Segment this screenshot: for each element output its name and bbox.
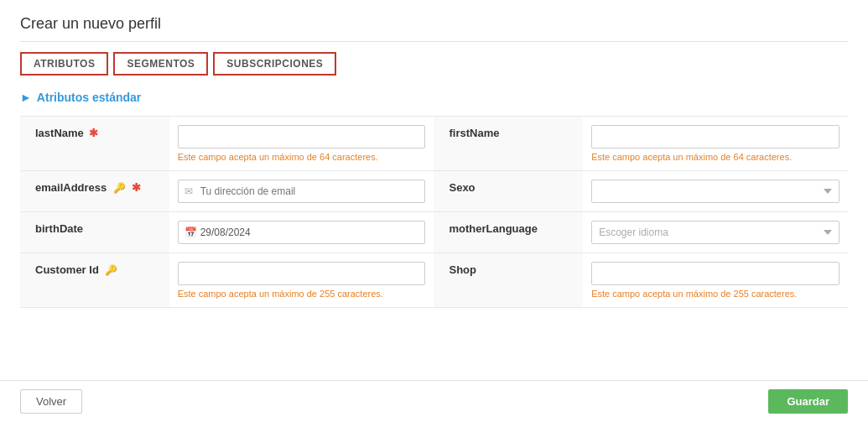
label-firstname-text: firstName — [449, 127, 499, 139]
label-birthdate: birthDate — [20, 212, 169, 253]
footer-bar: Volver Guardar — [0, 380, 868, 422]
label-sexo-text: Sexo — [449, 181, 475, 194]
firstname-hint: Este campo acepta un máximo de 64 caract… — [591, 152, 839, 162]
tabs-row: ATRIBUTOS SEGMENTOS SUBSCRIPCIONES — [20, 52, 848, 76]
input-cell-firstname: Este campo acepta un máximo de 64 caract… — [583, 117, 848, 171]
page-container: Crear un nuevo perfil ATRIBUTOS SEGMENTO… — [0, 0, 868, 422]
customerid-input[interactable] — [178, 262, 426, 285]
main-content: Crear un nuevo perfil ATRIBUTOS SEGMENTO… — [0, 0, 868, 380]
form-row-4: Customer Id 🔑 Este campo acepta un máxim… — [20, 253, 848, 308]
shop-hint: Este campo acepta un máximo de 255 carac… — [591, 289, 839, 299]
lastname-input[interactable] — [178, 125, 426, 148]
key-icon-customerid: 🔑 — [105, 264, 117, 276]
key-icon-email: 🔑 — [113, 182, 126, 194]
motherlanguage-select[interactable]: Escoger idioma Español English — [591, 221, 839, 244]
label-customerid-text: Customer Id — [35, 263, 99, 276]
shop-input[interactable] — [591, 262, 839, 285]
input-cell-motherlanguage: Escoger idioma Español English — [583, 212, 848, 253]
label-motherlanguage: motherLanguage — [434, 212, 583, 253]
email-wrapper: ✉ — [178, 180, 426, 203]
required-star-lastname: ✱ — [89, 127, 98, 139]
back-button[interactable]: Volver — [20, 389, 82, 414]
tab-segmentos[interactable]: SEGMENTOS — [113, 52, 208, 76]
calendar-icon: 📅 — [185, 227, 197, 238]
form-row-2: emailAddress 🔑 ✱ ✉ Sexo — [20, 171, 848, 212]
input-cell-sexo: Masculino Femenino — [583, 171, 848, 212]
label-birthdate-text: birthDate — [35, 222, 83, 235]
customerid-hint: Este campo acepta un máximo de 255 carac… — [178, 289, 426, 299]
label-firstname: firstName — [434, 117, 583, 171]
birthdate-input[interactable] — [178, 221, 426, 244]
input-cell-customerid: Este campo acepta un máximo de 255 carac… — [169, 253, 434, 308]
label-shop-text: Shop — [449, 263, 476, 276]
label-customerid: Customer Id 🔑 — [20, 253, 169, 308]
label-email: emailAddress 🔑 ✱ — [20, 171, 169, 212]
label-lastname-text: lastName — [35, 127, 84, 139]
label-motherlanguage-text: motherLanguage — [449, 222, 537, 235]
email-input[interactable] — [178, 180, 426, 203]
label-sexo: Sexo — [434, 171, 583, 212]
input-cell-email: ✉ — [169, 171, 434, 212]
section-header: ► Atributos estándar — [20, 91, 848, 104]
input-cell-birthdate: 📅 — [169, 212, 434, 253]
tab-subscripciones[interactable]: SUBSCRIPCIONES — [213, 52, 336, 76]
date-wrapper: 📅 — [178, 221, 426, 244]
form-row-1: lastName ✱ Este campo acepta un máximo d… — [20, 117, 848, 171]
page-title: Crear un nuevo perfil — [20, 15, 848, 42]
form-row-3: birthDate 📅 motherLanguage Escoger idio — [20, 212, 848, 253]
input-cell-shop: Este campo acepta un máximo de 255 carac… — [583, 253, 848, 308]
section-title: Atributos estándar — [37, 91, 141, 104]
lastname-hint: Este campo acepta un máximo de 64 caract… — [178, 152, 426, 162]
save-button[interactable]: Guardar — [768, 389, 848, 414]
firstname-input[interactable] — [591, 125, 839, 148]
sexo-select[interactable]: Masculino Femenino — [591, 180, 839, 203]
section-arrow-icon: ► — [20, 91, 32, 104]
input-cell-lastname: Este campo acepta un máximo de 64 caract… — [169, 117, 434, 171]
label-lastname: lastName ✱ — [20, 117, 169, 171]
tab-atributos[interactable]: ATRIBUTOS — [20, 52, 108, 76]
envelope-icon: ✉ — [185, 185, 193, 197]
form-table: lastName ✱ Este campo acepta un máximo d… — [20, 116, 848, 308]
label-email-text: emailAddress — [35, 181, 107, 194]
required-star-email: ✱ — [132, 181, 141, 194]
label-shop: Shop — [434, 253, 583, 308]
